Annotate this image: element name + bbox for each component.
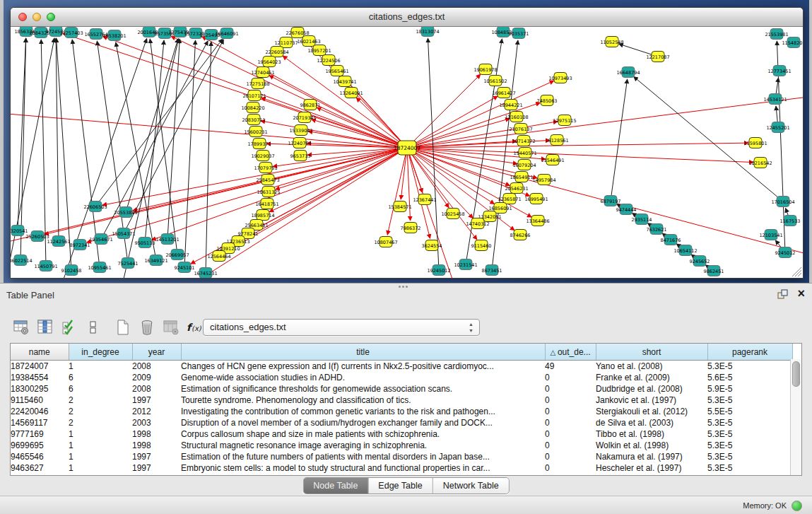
column-header-name[interactable]: name	[11, 344, 69, 361]
graph-node[interactable]: 17016504	[771, 197, 794, 207]
graph-node[interactable]: 11595801	[743, 138, 767, 148]
graph-node[interactable]: 10084220	[241, 103, 264, 113]
column-header-in_degree[interactable]: in_degree	[69, 344, 132, 361]
table-row[interactable]: 1830029562008Estimation of significance …	[11, 383, 792, 395]
column-header-pagerank[interactable]: pagerank	[707, 344, 792, 361]
graph-node[interactable]: 12160108	[505, 112, 528, 122]
graph-node[interactable]: 15384571	[388, 201, 411, 212]
show-hide-columns-button[interactable]	[59, 318, 79, 337]
graph-node[interactable]: 9102458	[61, 265, 82, 276]
graph-node[interactable]: 13264091	[339, 88, 363, 98]
graph-node[interactable]: 7632621	[647, 224, 667, 235]
graph-node[interactable]: 8471676	[661, 235, 681, 245]
graph-node[interactable]: 9653733	[290, 151, 311, 161]
graph-node[interactable]: 12773451	[767, 66, 791, 76]
graph-node[interactable]: 16648794	[616, 67, 640, 78]
network-view[interactable]: 1872400712110737222605841956402312740451…	[11, 27, 803, 278]
graph-node[interactable]: 1167533	[780, 216, 801, 226]
graph-node[interactable]: 14534121	[763, 94, 787, 105]
graph-node[interactable]: 16745231	[194, 268, 217, 279]
table-row[interactable]: 946554611997Estimation of the future num…	[11, 451, 792, 462]
graph-node[interactable]: 12975115	[553, 115, 576, 126]
table-row[interactable]: 1938455462009Genome-wide association stu…	[11, 372, 792, 383]
network-graph[interactable]: 1872400712110737222605841956402312740451…	[11, 27, 803, 278]
graph-node[interactable]: 16418751	[255, 199, 278, 209]
graph-node[interactable]: 12103541	[759, 230, 782, 240]
graph-node[interactable]: 9245652	[690, 256, 710, 267]
graph-node[interactable]: 10231541	[454, 259, 477, 270]
graph-node[interactable]: 10654112	[673, 245, 697, 256]
graph-node[interactable]: 26107171	[242, 90, 266, 101]
column-header-title[interactable]: title	[181, 344, 545, 361]
table-scrollbar[interactable]	[790, 359, 801, 475]
graph-node[interactable]: 19029037	[251, 151, 274, 161]
column-header-out_degree[interactable]: △ out_de...	[545, 344, 596, 361]
graph-node[interactable]: 21553981	[765, 29, 788, 40]
graph-node[interactable]: 19245012	[427, 265, 450, 276]
graph-node[interactable]: 15600231	[244, 127, 267, 137]
table-row[interactable]: 1872400712008Changes of HCN gene express…	[11, 361, 792, 373]
graph-node[interactable]: 20719341	[293, 112, 316, 123]
graph-node[interactable]: 7525441	[118, 258, 139, 269]
column-header-year[interactable]: year	[132, 344, 181, 361]
graph-node[interactable]: 19565461	[325, 66, 348, 76]
table-row[interactable]: 946362711997Embryonic stem cells: a mode…	[11, 462, 792, 474]
graph-node[interactable]: 10439741	[333, 76, 356, 87]
column-settings-button[interactable]	[11, 318, 31, 337]
graph-node[interactable]: 2935114	[632, 214, 652, 225]
table-row[interactable]: 2242004622012Investigating the contribut…	[11, 406, 792, 417]
graph-node[interactable]: 8972341	[70, 240, 90, 250]
graph-node[interactable]: 7986372	[401, 223, 421, 233]
function-builder-button[interactable]: f (x)	[185, 318, 205, 337]
select-columns-button[interactable]	[35, 318, 55, 337]
graph-node[interactable]: 9862451	[704, 266, 724, 276]
graph-node[interactable]: 20546231	[505, 183, 528, 194]
graph-node[interactable]: 20830711	[242, 115, 265, 125]
tab-node-table[interactable]: Node Table	[303, 478, 368, 493]
column-header-short[interactable]: short	[596, 344, 707, 361]
graph-node[interactable]: 16079204	[512, 160, 536, 170]
graph-node[interactable]: 10955461	[88, 262, 111, 273]
graph-node[interactable]: 16128561	[545, 135, 568, 146]
graph-node[interactable]: 19564023	[257, 57, 281, 67]
graph-node[interactable]: 10714372	[512, 136, 535, 146]
graph-node[interactable]: 16349121	[144, 255, 167, 266]
graph-node[interactable]: 11052548	[600, 37, 623, 47]
graph-node[interactable]: 12367441	[413, 194, 436, 205]
table-row[interactable]: 1456911722003Disruption of a novel membe…	[11, 417, 792, 428]
graph-node[interactable]: 17079751	[254, 163, 277, 173]
tab-network-table[interactable]: Network Table	[433, 478, 509, 493]
new-table-button[interactable]	[113, 318, 133, 337]
delete-table-button[interactable]	[137, 318, 157, 337]
scrollbar-thumb[interactable]	[792, 361, 800, 387]
graph-node[interactable]: 15440571	[513, 148, 536, 158]
graph-node[interactable]: 11450791	[34, 261, 57, 271]
graph-node[interactable]: 8673451	[482, 265, 502, 276]
graph-node[interactable]: 17275188	[246, 78, 269, 89]
network-window[interactable]: citations_edges.txt 18724007121107372226…	[10, 7, 804, 279]
graph-node[interactable]: 12217087	[646, 52, 669, 62]
graph-node[interactable]: 12455201	[766, 122, 789, 133]
graph-node[interactable]: 11242561	[47, 236, 70, 247]
network-window-titlebar[interactable]: citations_edges.txt	[11, 8, 803, 27]
graph-node[interactable]: 18313074	[416, 27, 439, 37]
graph-node[interactable]: 8746266	[510, 230, 531, 240]
resize-grip-icon[interactable]	[788, 263, 802, 277]
graph-node[interactable]: 14957984	[532, 175, 555, 185]
graph-node[interactable]: 3624554	[422, 240, 442, 251]
table-row[interactable]: 911546021997Tourette syndrome. Phenomeno…	[11, 395, 792, 406]
graph-node[interactable]: 10025458	[441, 209, 464, 219]
graph-node[interactable]: 10807467	[374, 237, 397, 247]
graph-node[interactable]: 18944221	[499, 100, 522, 110]
graph-node[interactable]: 15054371	[112, 228, 135, 239]
graph-node[interactable]: 10561502	[483, 76, 507, 86]
table-selector-dropdown[interactable]: citations_edges.txt ▲▼	[203, 319, 480, 336]
graph-node[interactable]: 17899371	[247, 139, 271, 149]
graph-node[interactable]: 9115460	[471, 240, 492, 251]
graph-node[interactable]: 7485063	[537, 95, 558, 106]
tab-edge-table[interactable]: Edge Table	[368, 478, 433, 493]
graph-node[interactable]: 19354671	[89, 234, 112, 245]
graph-node[interactable]: 11548201	[782, 37, 803, 48]
close-panel-icon[interactable]: ×	[797, 288, 805, 299]
float-panel-icon[interactable]	[777, 288, 788, 300]
